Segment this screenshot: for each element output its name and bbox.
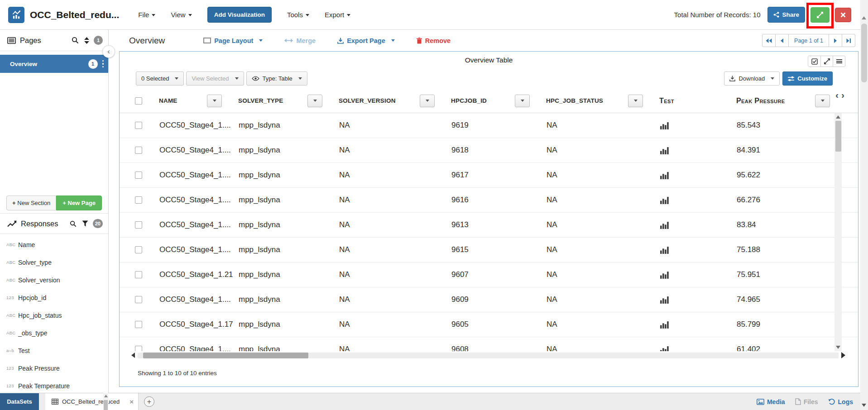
page-options-menu-icon[interactable] xyxy=(102,60,104,68)
customize-button[interactable]: Customize xyxy=(782,72,833,86)
column-header-solver-type[interactable]: SOLVER_TYPE xyxy=(226,89,327,113)
fullscreen-expand-button[interactable] xyxy=(810,7,830,23)
response-list-item[interactable]: ABC Name xyxy=(0,236,108,253)
select-all-checkbox[interactable] xyxy=(135,97,142,105)
response-list-item[interactable]: 123 Peak Temperature xyxy=(0,377,108,393)
sidebar-item-overview[interactable]: Overview 1 xyxy=(0,55,108,73)
row-checkbox[interactable] xyxy=(135,296,142,303)
logs-button[interactable]: Logs xyxy=(828,398,853,405)
scrollbar-thumb[interactable] xyxy=(835,121,841,152)
export-page-button[interactable]: Export Page xyxy=(337,37,395,44)
view-selected-dropdown[interactable]: View Selected xyxy=(186,72,244,86)
row-checkbox[interactable] xyxy=(135,321,142,328)
scroll-up-arrow-icon[interactable] xyxy=(104,395,108,397)
responses-scrollbar[interactable] xyxy=(103,393,108,410)
merge-button[interactable]: Merge xyxy=(284,37,316,44)
prev-page-button[interactable] xyxy=(775,34,789,47)
scroll-down-arrow-icon[interactable] xyxy=(862,404,866,407)
row-checkbox[interactable] xyxy=(135,196,142,204)
scroll-right-arrow-icon[interactable] xyxy=(841,352,845,358)
sidebar-collapse-button[interactable]: ‹ xyxy=(102,45,115,58)
test-chart-icon[interactable] xyxy=(647,287,724,312)
column-header-test[interactable]: Test xyxy=(647,89,724,113)
test-chart-icon[interactable] xyxy=(647,188,724,212)
test-chart-icon[interactable] xyxy=(647,138,724,162)
solver-version-filter-dropdown[interactable] xyxy=(420,95,435,107)
share-button[interactable]: Share xyxy=(767,7,805,23)
close-button[interactable] xyxy=(835,8,851,22)
type-table-dropdown[interactable]: Type: Table xyxy=(246,72,307,86)
table-vertical-scrollbar[interactable] xyxy=(834,113,842,351)
page-layout-button[interactable]: Page Layout xyxy=(203,37,263,44)
scroll-down-arrow-icon[interactable] xyxy=(836,346,840,349)
row-checkbox[interactable] xyxy=(135,122,142,129)
remove-page-button[interactable]: Remove xyxy=(417,37,451,44)
row-checkbox[interactable] xyxy=(135,246,142,253)
scroll-columns-right-icon[interactable]: › xyxy=(841,91,844,100)
test-chart-icon[interactable] xyxy=(647,163,724,187)
test-chart-icon[interactable] xyxy=(647,312,724,337)
files-button[interactable]: Files xyxy=(795,398,818,405)
hscroll-track[interactable] xyxy=(138,353,839,358)
row-checkbox[interactable] xyxy=(135,221,142,229)
download-dropdown[interactable]: Download xyxy=(724,72,780,86)
selected-dropdown[interactable]: 0 Selected xyxy=(136,72,184,86)
add-visualization-button[interactable]: Add Visualization xyxy=(207,7,272,23)
scroll-left-arrow-icon[interactable] xyxy=(131,353,135,358)
row-checkbox[interactable] xyxy=(135,271,142,278)
row-checkbox[interactable] xyxy=(135,172,142,179)
dataset-tab-occ-belted-reduced[interactable]: OCC_Belted_reduced × xyxy=(45,393,139,410)
menu-tools[interactable]: Tools xyxy=(287,11,309,19)
add-dataset-button[interactable]: + xyxy=(144,396,154,407)
test-chart-icon[interactable] xyxy=(647,337,724,351)
name-filter-dropdown[interactable] xyxy=(207,95,222,107)
hpcjob-id-filter-dropdown[interactable] xyxy=(515,95,530,107)
scrollbar-thumb[interactable] xyxy=(861,24,867,82)
page-scrollbar[interactable] xyxy=(860,0,868,410)
row-checkbox[interactable] xyxy=(135,346,142,351)
column-header-name[interactable]: NAME xyxy=(147,89,226,113)
responses-filter-icon[interactable] xyxy=(82,220,88,227)
menu-view[interactable]: View xyxy=(171,11,192,19)
column-header-hpc-job-status[interactable]: HPC_JOB_STATUS xyxy=(534,89,647,113)
table-horizontal-scrollbar[interactable] xyxy=(120,351,858,359)
scroll-up-arrow-icon[interactable] xyxy=(836,115,840,119)
solver-type-filter-dropdown[interactable] xyxy=(307,95,322,107)
scrollbar-thumb[interactable] xyxy=(104,400,108,410)
new-page-button[interactable]: + New Page xyxy=(56,195,102,210)
close-tab-icon[interactable]: × xyxy=(129,398,134,405)
menu-file[interactable]: File xyxy=(138,11,155,19)
last-page-button[interactable] xyxy=(842,34,855,47)
widget-expand-icon[interactable] xyxy=(820,56,833,67)
response-list-item[interactable]: ABC Solver_type xyxy=(0,253,108,271)
datasets-tab[interactable]: DataSets xyxy=(0,393,39,410)
response-list-item[interactable]: ABC Solver_version xyxy=(0,271,108,289)
menu-export[interactable]: Export xyxy=(325,11,350,19)
new-section-button[interactable]: + New Section xyxy=(6,195,56,210)
column-header-hpcjob-id[interactable]: HPCJOB_ID xyxy=(439,89,534,113)
responses-search-icon[interactable] xyxy=(70,220,77,227)
next-page-button[interactable] xyxy=(829,34,842,47)
response-list-item[interactable]: ABC _obs_type xyxy=(0,324,108,342)
first-page-button[interactable] xyxy=(762,34,776,47)
test-chart-icon[interactable] xyxy=(647,213,724,237)
response-list-item[interactable]: a=b Test xyxy=(0,342,108,359)
test-chart-icon[interactable] xyxy=(647,113,724,138)
pages-sort-icon[interactable] xyxy=(84,37,89,44)
scroll-columns-left-icon[interactable]: ‹ xyxy=(835,91,839,100)
scrollbar-thumb[interactable] xyxy=(143,353,308,358)
widget-menu-icon[interactable] xyxy=(833,56,845,67)
pages-search-icon[interactable] xyxy=(72,37,79,44)
scroll-up-arrow-icon[interactable] xyxy=(862,16,866,19)
response-list-item[interactable]: ABC Hpc_job_status xyxy=(0,306,108,324)
row-checkbox[interactable] xyxy=(135,147,142,154)
response-list-item[interactable]: 123 Hpcjob_id xyxy=(0,289,108,306)
media-button[interactable]: Media xyxy=(757,398,785,405)
response-list-item[interactable]: 123 Peak Pressure xyxy=(0,359,108,377)
select-rows-icon[interactable] xyxy=(808,56,820,67)
test-chart-icon[interactable] xyxy=(647,238,724,262)
column-header-solver-version[interactable]: SOLVER_VERSION xyxy=(327,89,439,113)
peak-pressure-filter-dropdown[interactable] xyxy=(815,95,830,107)
hpc-job-status-filter-dropdown[interactable] xyxy=(628,95,643,107)
test-chart-icon[interactable] xyxy=(647,262,724,287)
